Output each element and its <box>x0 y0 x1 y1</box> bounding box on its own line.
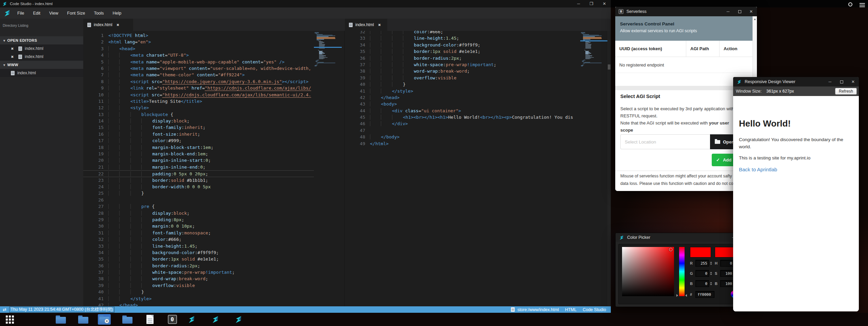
hsb-input-s[interactable]: 100 <box>720 270 734 277</box>
refresh-button[interactable]: Refresh <box>835 88 857 95</box>
menu-item-edit[interactable]: Edit <box>29 7 45 19</box>
scroll-up-icon[interactable]: ▲ <box>753 16 757 21</box>
rgb-input-r[interactable]: 255 <box>695 260 709 267</box>
file-name: index.html <box>17 71 36 75</box>
rgb-input-g[interactable]: 0 <box>695 270 709 277</box>
code-line: 45 <h1><br></h1><h1>Hello World!<br></h1… <box>345 114 580 120</box>
minimize-icon[interactable]: ─ <box>824 77 836 87</box>
code-text: word-wrap:break-word; <box>108 275 208 282</box>
hue-slider[interactable] <box>679 247 685 296</box>
desktop: { "titlebar": {"title": "Code Studio - i… <box>0 0 868 326</box>
taskbar: 0 <box>0 313 868 326</box>
sidebar-item-file[interactable]: ✖index.html <box>0 44 83 53</box>
code-text: } <box>370 81 406 88</box>
serverless-titlebar[interactable]: 0 Serverless ─ ✕ <box>615 7 757 16</box>
code-text: <!DOCTYPE html> <box>108 32 148 39</box>
taskbar-item-document[interactable] <box>143 314 156 325</box>
tab-index-html-right[interactable]: index.html ✖ <box>345 19 387 31</box>
taskbar-item-code-studio[interactable] <box>232 314 245 325</box>
loading-ring-icon[interactable] <box>848 2 852 6</box>
menu-item-file[interactable]: File <box>13 7 29 19</box>
taskbar-item-code-studio[interactable] <box>185 314 198 325</box>
editor-pane-left[interactable]: 1<!DOCTYPE html>2<html lang="en">3 <head… <box>83 31 345 306</box>
menu-item-font-size[interactable]: Font Size <box>63 7 90 19</box>
line-number: 21 <box>83 164 104 170</box>
stepper-icon[interactable] <box>710 262 712 265</box>
folder-disc-icon <box>99 317 109 324</box>
scrollbar-thumb[interactable] <box>608 64 610 70</box>
desktop-top-strip <box>611 0 868 7</box>
taskbar-item-code-studio[interactable] <box>209 314 222 325</box>
sidebar-section-www[interactable]: ▾WWW <box>0 61 83 69</box>
line-number: 14 <box>83 118 104 124</box>
rgb-input-b[interactable]: 0 <box>695 280 709 287</box>
stepper-icon[interactable] <box>710 282 712 285</box>
taskbar-item-folder[interactable] <box>54 314 67 325</box>
tab-index-html-left[interactable]: index.html ✖ <box>83 19 133 31</box>
menu-item-tools[interactable]: Tools <box>89 7 108 19</box>
sidebar-section-open-editors[interactable]: ▾OPEN EDITORS <box>0 36 83 44</box>
hsb-input-h[interactable]: 0 <box>720 260 734 267</box>
code-line: 23 border:solid #b1b1b1; <box>83 177 314 184</box>
close-icon[interactable]: ✖ <box>117 23 119 27</box>
close-icon[interactable]: ✖ <box>378 23 381 27</box>
code-text: line-height:1.45; <box>370 35 459 41</box>
responsive-viewer-titlebar[interactable]: Responsive Design Viewer ─ ✕ <box>733 77 859 87</box>
serverless-header-band: Serverless Control Panel Allow external … <box>615 16 757 41</box>
taskbar-item-folder[interactable] <box>121 314 134 325</box>
sidebar-item-file[interactable]: ✖index.html <box>0 53 83 61</box>
minimap[interactable] <box>581 32 607 66</box>
window-titlebar[interactable]: Code Studio - index.html ─ ❐ ✕ <box>0 0 611 7</box>
line-number: 28 <box>83 210 104 216</box>
menu-item-help[interactable]: Help <box>108 7 126 19</box>
rgb-label-b: B <box>690 282 695 286</box>
folder-icon <box>78 317 88 324</box>
stepper-icon[interactable] <box>710 272 712 275</box>
script-location-input[interactable] <box>620 134 710 149</box>
hsb-input-b[interactable]: 100 <box>720 280 734 287</box>
taskbar-item-app-grid[interactable] <box>3 314 16 325</box>
editor-pane-right[interactable]: 32 color:#666;33 line-height:1.45;34 bac… <box>345 31 611 306</box>
picker-cursor[interactable] <box>669 248 673 251</box>
line-number: 32 <box>83 236 104 243</box>
code-line: 26 <box>83 197 314 203</box>
line-number: 12 <box>83 104 104 111</box>
line-number: 25 <box>83 190 104 196</box>
scrollbar[interactable] <box>607 31 611 306</box>
maximize-icon[interactable] <box>734 7 745 16</box>
taskbar-item-serverless[interactable]: 0 <box>166 314 179 325</box>
sidebar-item-file[interactable]: index.html <box>0 69 83 77</box>
restore-icon[interactable]: ❐ <box>585 0 598 7</box>
minimize-icon[interactable]: ─ <box>722 7 734 16</box>
add-button[interactable]: ✓Add <box>712 154 736 166</box>
close-icon[interactable]: ✕ <box>745 7 757 16</box>
code-studio-logo-icon <box>2 1 7 6</box>
maximize-icon[interactable] <box>836 77 847 87</box>
status-file-type[interactable]: HTML <box>565 307 577 312</box>
taskbar-item-folder[interactable] <box>77 314 90 325</box>
hsb-label-s: S <box>715 271 720 275</box>
close-icon[interactable]: ✕ <box>598 0 611 7</box>
status-file-path[interactable]: store:/www/index.html <box>517 307 559 312</box>
hamburger-menu-icon[interactable] <box>860 3 865 8</box>
menu-item-view[interactable]: View <box>45 7 63 19</box>
rgb-label-g: G <box>690 271 695 275</box>
hsb-label-b: B <box>715 282 720 286</box>
color-picker-titlebar[interactable]: Color Picker ─ <box>616 233 751 242</box>
code-studio-logo-icon <box>619 235 624 240</box>
minimize-icon[interactable]: ─ <box>572 0 585 7</box>
close-icon[interactable]: ✕ <box>847 77 859 87</box>
code-text: </div> <box>370 120 408 127</box>
close-icon[interactable]: ✖ <box>11 47 16 51</box>
line-number: 8 <box>83 78 104 85</box>
saturation-square[interactable] <box>622 247 674 296</box>
minimap[interactable] <box>315 32 341 66</box>
window-size-label: Window Size: <box>736 89 762 94</box>
sync-icon[interactable]: ⇄ <box>3 307 6 312</box>
hex-input[interactable]: ff0000 <box>695 291 714 298</box>
taskbar-item-folder-disc[interactable] <box>98 314 111 325</box>
close-icon[interactable]: ✖ <box>11 55 16 59</box>
open-button[interactable]: Open <box>710 134 737 149</box>
back-to-aprintlab-link[interactable]: Back to Aprintlab <box>739 167 777 172</box>
current-color-swatch <box>690 247 711 257</box>
